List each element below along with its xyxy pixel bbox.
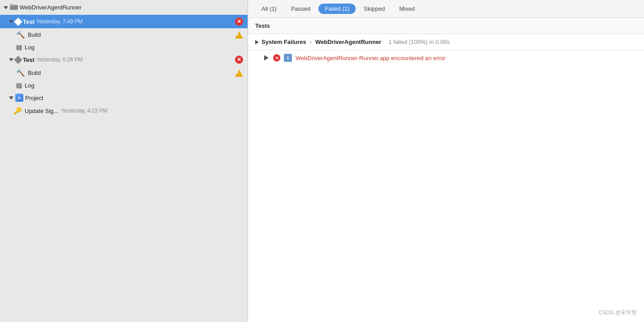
error-row[interactable]: ✕ t WebDriverAgentRunner-Runner.app enco…	[248, 50, 644, 65]
error-badge-1: ✕	[235, 17, 243, 26]
update-sig-timestamp: Yesterday, 4:23 PM	[61, 108, 107, 114]
chevron-down-icon	[9, 19, 13, 24]
play-button[interactable]	[264, 55, 270, 61]
warning-badge-2	[235, 69, 243, 77]
tab-mixed[interactable]: Mixed	[393, 4, 421, 14]
hammer-icon-2: 🔨	[16, 69, 25, 77]
timestamp-1: Yesterday, 7:49 PM	[36, 18, 83, 25]
root-label: WebDriverAgentRunner	[20, 4, 82, 11]
log-item-1[interactable]: ▤ Log	[0, 41, 248, 53]
folder-icon	[10, 4, 18, 11]
project-item[interactable]: A Project	[0, 91, 248, 104]
runner-label: WebDriverAgentRunner	[315, 39, 381, 45]
update-sig-label: Update Sig...	[25, 108, 58, 114]
tab-passed[interactable]: Passed	[285, 4, 317, 14]
failures-label: System Failures	[261, 39, 306, 45]
project-icon: A	[15, 94, 23, 102]
error-badge-icon: ✕	[273, 54, 280, 61]
chevron-down-icon	[4, 5, 8, 10]
error-text: WebDriverAgentRunner-Runner.app encounte…	[296, 55, 445, 61]
hammer-icon: 🔨	[16, 30, 25, 39]
tests-section-header: Tests	[248, 18, 644, 34]
key-icon: 🔑	[13, 107, 22, 115]
list-icon: ▤	[16, 44, 22, 51]
tab-all[interactable]: All (1)	[255, 4, 283, 14]
test-item-2[interactable]: Test Yesterday, 6:28 PM ✕	[0, 53, 248, 66]
tree-root: WebDriverAgentRunner	[0, 0, 248, 15]
system-failures-row: System Failures › WebDriverAgentRunner 1…	[248, 34, 644, 50]
left-panel: WebDriverAgentRunner Test Yesterday, 7:4…	[0, 0, 248, 322]
chevron-down-icon	[9, 96, 13, 100]
project-label: Project	[25, 95, 43, 101]
warning-badge-1	[235, 31, 243, 39]
test-label-1: Test	[23, 18, 35, 25]
t-badge-icon: t	[284, 54, 292, 62]
watermark: CSDN @宋学慧	[598, 309, 637, 317]
tab-skipped[interactable]: Skipped	[357, 4, 391, 14]
build-label-1: Build	[28, 31, 41, 38]
log-label-2: Log	[25, 82, 35, 89]
diamond-icon-2	[14, 56, 22, 64]
tab-bar: All (1) Passed Failed (1) Skipped Mixed	[248, 0, 644, 18]
log-item-2[interactable]: ▤ Log	[0, 79, 248, 91]
log-label-1: Log	[25, 44, 35, 51]
separator: ›	[310, 39, 312, 45]
timestamp-2: Yesterday, 6:28 PM	[36, 57, 83, 63]
test-label-2: Test	[23, 57, 35, 63]
diamond-icon	[14, 17, 22, 26]
right-panel: All (1) Passed Failed (1) Skipped Mixed …	[248, 0, 644, 322]
count-label: 1 failed (100%) in 0.00s	[388, 39, 450, 45]
list-icon-2: ▤	[16, 82, 22, 89]
tests-label: Tests	[255, 22, 270, 29]
update-sig-item[interactable]: 🔑 Update Sig... Yesterday, 4:23 PM	[0, 104, 248, 117]
build-label-2: Build	[28, 70, 41, 76]
error-badge-2: ✕	[235, 56, 243, 64]
svg-rect-2	[10, 4, 13, 6]
build-item-1[interactable]: 🔨 Build	[0, 28, 248, 41]
sf-chevron-icon	[255, 40, 259, 44]
tab-failed[interactable]: Failed (1)	[318, 4, 356, 14]
build-item-2[interactable]: 🔨 Build	[0, 66, 248, 79]
chevron-down-icon	[9, 57, 13, 62]
test-item-1[interactable]: Test Yesterday, 7:49 PM ✕	[0, 15, 248, 28]
